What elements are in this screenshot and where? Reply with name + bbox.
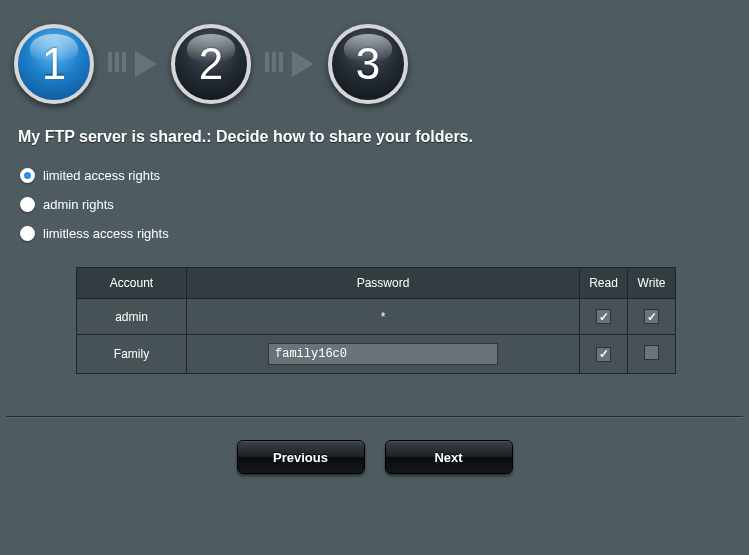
- header-read: Read: [580, 268, 628, 299]
- header-password: Password: [187, 268, 580, 299]
- cell-account: admin: [77, 299, 187, 335]
- radio-admin-rights[interactable]: admin rights: [20, 197, 729, 212]
- cell-password: [187, 335, 580, 374]
- write-checkbox[interactable]: [644, 309, 659, 324]
- radio-icon: [20, 168, 35, 183]
- section-divider: [6, 416, 743, 418]
- permissions-table: Account Password Read Write admin * Fami…: [76, 267, 676, 374]
- next-button[interactable]: Next: [385, 440, 513, 474]
- cell-write: [628, 299, 676, 335]
- radio-label: limited access rights: [43, 168, 160, 183]
- radio-limitless-access[interactable]: limitless access rights: [20, 226, 729, 241]
- cell-read: [580, 299, 628, 335]
- cell-write: [628, 335, 676, 374]
- radio-icon: [20, 226, 35, 241]
- previous-button[interactable]: Previous: [237, 440, 365, 474]
- write-checkbox[interactable]: [644, 345, 659, 360]
- page-title: My FTP server is shared.: Decide how to …: [0, 110, 749, 168]
- cell-read: [580, 335, 628, 374]
- radio-label: limitless access rights: [43, 226, 169, 241]
- table-header-row: Account Password Read Write: [77, 268, 676, 299]
- step-1-number: 1: [42, 39, 66, 89]
- step-2-number: 2: [199, 39, 223, 89]
- step-3-number: 3: [356, 39, 380, 89]
- header-write: Write: [628, 268, 676, 299]
- wizard-button-row: Previous Next: [0, 440, 749, 474]
- access-rights-radio-group: limited access rights admin rights limit…: [0, 168, 749, 241]
- step-3-circle: 3: [328, 24, 408, 104]
- radio-limited-access[interactable]: limited access rights: [20, 168, 729, 183]
- radio-label: admin rights: [43, 197, 114, 212]
- step-arrow-icon: [108, 51, 157, 77]
- table-row: Family: [77, 335, 676, 374]
- wizard-step-indicator: 1 2 3: [0, 0, 749, 110]
- cell-password: *: [187, 299, 580, 335]
- cell-account: Family: [77, 335, 187, 374]
- table-row: admin *: [77, 299, 676, 335]
- header-account: Account: [77, 268, 187, 299]
- radio-icon: [20, 197, 35, 212]
- step-1-circle: 1: [14, 24, 94, 104]
- password-input[interactable]: [268, 343, 498, 365]
- step-arrow-icon: [265, 51, 314, 77]
- step-2-circle: 2: [171, 24, 251, 104]
- read-checkbox[interactable]: [596, 347, 611, 362]
- read-checkbox[interactable]: [596, 309, 611, 324]
